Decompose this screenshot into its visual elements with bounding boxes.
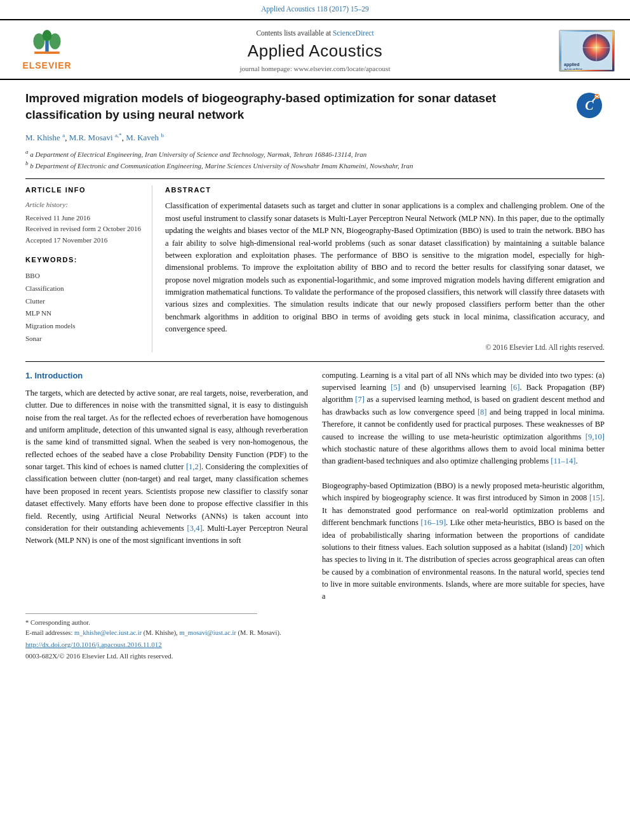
affiliation-b: b b Department of Electronic and Communi… xyxy=(25,159,605,171)
accepted-date: Accepted 17 November 2016 xyxy=(25,235,143,246)
introduction-section: 1. Introduction The targets, which are d… xyxy=(25,370,605,603)
section-divider xyxy=(25,361,605,362)
received-date: Received 11 June 2016 xyxy=(25,213,143,224)
affiliation-b-text: b Department of Electronic and Communica… xyxy=(30,162,413,170)
ref-link-1[interactable]: [1,2] xyxy=(186,462,201,471)
article-title-text: Improved migration models of biogeograph… xyxy=(25,91,496,121)
revised-date: Received in revised form 2 October 2016 xyxy=(25,223,143,235)
keyword-sonar: Sonar xyxy=(25,333,143,345)
article-content: Improved migration models of biogeograph… xyxy=(0,80,630,671)
svg-point-4 xyxy=(43,30,51,41)
journal-header: ELSEVIER Contents lists available at Sci… xyxy=(0,19,630,80)
svg-text:applied: applied xyxy=(564,62,580,67)
crossmark-badge[interactable]: C xyxy=(577,93,605,121)
email-khishe[interactable]: m_khishe@elec.iust.ac.ir xyxy=(74,629,142,636)
corresponding-footnote: * Corresponding author. xyxy=(25,618,605,628)
intro-title: 1. Introduction xyxy=(25,370,308,382)
elsevier-logo: ELSEVIER xyxy=(15,30,79,72)
intro-col1-text: The targets, which are detected by activ… xyxy=(25,387,308,547)
email-footnote: E-mail addresses: m_khishe@elec.iust.ac.… xyxy=(25,628,605,638)
journal-logo-box: applied acoustics xyxy=(559,30,615,72)
abstract-text: Classification of experimental datasets … xyxy=(165,200,605,335)
article-title: Improved migration models of biogeograph… xyxy=(25,90,605,123)
abstract-label: ABSTRACT xyxy=(165,185,605,195)
author-kaveh[interactable]: M. Kaveh xyxy=(126,133,159,143)
affiliation-a-text: a Department of Electrical Engineering, … xyxy=(30,150,366,157)
article-info-abstract-section: ARTICLE INFO Article history: Received 1… xyxy=(25,178,605,352)
journal-title: Applied Acoustics xyxy=(79,39,551,62)
contents-text: Contents lists available at xyxy=(256,29,331,37)
journal-header-center: Contents lists available at ScienceDirec… xyxy=(79,28,551,74)
ref-link-7[interactable]: [7] xyxy=(355,395,365,404)
keywords-label: Keywords: xyxy=(25,255,143,265)
svg-rect-0 xyxy=(34,51,60,54)
crossmark-icon: C xyxy=(577,93,602,118)
crossmark-svg: C xyxy=(577,93,601,117)
authors-line: M. Khishe a, M.R. Mosavi a,*, M. Kaveh b xyxy=(25,131,605,144)
footnote-divider xyxy=(25,613,257,614)
keyword-bbo: BBO xyxy=(25,270,143,283)
elsevier-tree-icon xyxy=(28,30,66,58)
ref-link-8[interactable]: [8] xyxy=(478,408,487,417)
intro-col-right: computing. Learning is a vital part of a… xyxy=(322,370,605,603)
issn-line: 0003-682X/© 2016 Elsevier Ltd. All right… xyxy=(25,651,605,661)
contents-line: Contents lists available at ScienceDirec… xyxy=(79,28,551,38)
intro-col2-bbo-text: Biogeography-based Optimization (BBO) is… xyxy=(322,480,605,603)
abstract-column: ABSTRACT Classification of experimental … xyxy=(165,185,605,352)
author-mosavi[interactable]: M.R. Mosavi xyxy=(69,133,113,143)
email-mosavi[interactable]: m_mosavi@iust.ac.ir xyxy=(179,629,236,636)
elsevier-brand-text: ELSEVIER xyxy=(22,60,71,72)
keyword-clutter: Clutter xyxy=(25,295,143,308)
article-info-label: ARTICLE INFO xyxy=(25,185,143,195)
ref-link-5[interactable]: [5] xyxy=(391,383,400,392)
ref-link-1619[interactable]: [16–19] xyxy=(421,518,446,527)
keywords-list: BBO Classification Clutter MLP NN Migrat… xyxy=(25,270,143,345)
email-khishe-name: (M. Khishe), xyxy=(144,629,180,636)
affil-sup-b: b xyxy=(161,132,164,138)
keyword-migration: Migration models xyxy=(25,320,143,333)
article-info-column: ARTICLE INFO Article history: Received 1… xyxy=(25,185,152,352)
ref-link-1114[interactable]: [11–14] xyxy=(551,457,575,465)
keyword-mlp: MLP NN xyxy=(25,307,143,320)
ref-link-34[interactable]: [3,4] xyxy=(187,524,203,533)
journal-homepage: journal homepage: www.elsevier.com/locat… xyxy=(79,64,551,74)
journal-ref-text: Applied Acoustics 118 (2017) 15–29 xyxy=(261,5,369,13)
article-history-label: Article history: xyxy=(25,200,143,210)
affiliation-a: a a Department of Electrical Engineering… xyxy=(25,148,605,159)
affil-sup-a: a xyxy=(62,132,65,138)
affiliations: a a Department of Electrical Engineering… xyxy=(25,148,605,171)
ref-link-20[interactable]: [20] xyxy=(570,543,583,552)
journal-cover-art: applied acoustics xyxy=(561,32,612,70)
svg-text:acoustics: acoustics xyxy=(564,67,583,70)
copyright-line: © 2016 Elsevier Ltd. All rights reserved… xyxy=(165,342,605,352)
ref-link-15[interactable]: [15] xyxy=(589,493,603,502)
keyword-classification: Classification xyxy=(25,283,143,295)
ref-link-6[interactable]: [6] xyxy=(511,383,520,392)
footnotes-section: * Corresponding author. E-mail addresses… xyxy=(25,613,605,661)
page-wrapper: Applied Acoustics 118 (2017) 15–29 ELSEV… xyxy=(0,0,630,671)
email-label: E-mail addresses: xyxy=(25,629,74,636)
journal-reference: Applied Acoustics 118 (2017) 15–29 xyxy=(0,0,630,17)
author-khishe[interactable]: M. Khishe xyxy=(25,133,60,143)
affil-b-sup: b xyxy=(25,160,29,166)
affil-a-sup: a xyxy=(25,149,29,155)
doi-link[interactable]: http://dx.doi.org/10.1016/j.apacoust.201… xyxy=(25,640,605,650)
ref-link-910[interactable]: [9,10] xyxy=(586,432,605,441)
keywords-section: Keywords: BBO Classification Clutter MLP… xyxy=(25,255,143,345)
affil-sup-a2: a,* xyxy=(115,132,122,138)
sciencedirect-link[interactable]: ScienceDirect xyxy=(333,29,374,37)
intro-col2-text: computing. Learning is a vital part of a… xyxy=(322,370,605,468)
email-mosavi-name: (M. R. Mosavi). xyxy=(238,629,281,636)
intro-col-left: 1. Introduction The targets, which are d… xyxy=(25,370,308,603)
journal-logo-right: applied acoustics xyxy=(551,30,615,72)
